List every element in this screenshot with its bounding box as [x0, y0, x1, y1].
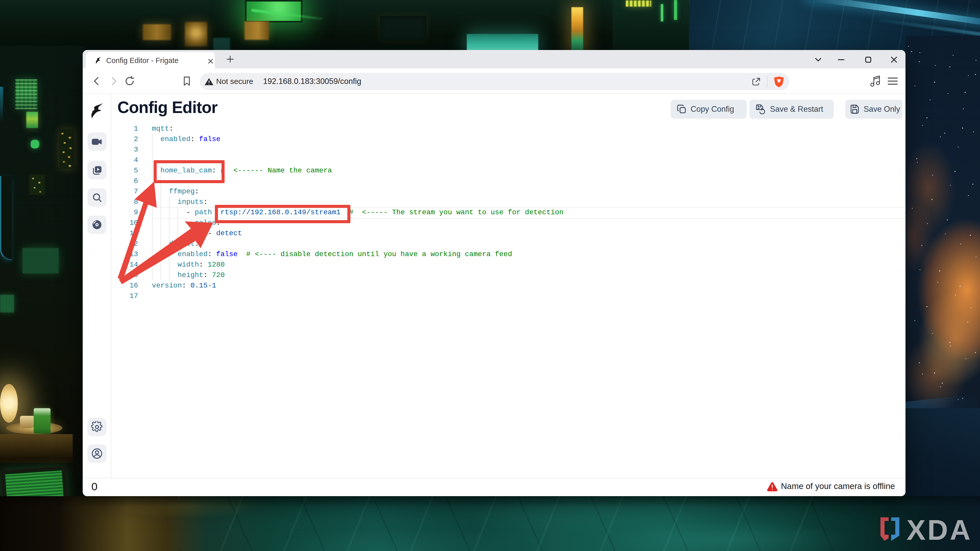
- svg-text:XDA: XDA: [907, 516, 972, 545]
